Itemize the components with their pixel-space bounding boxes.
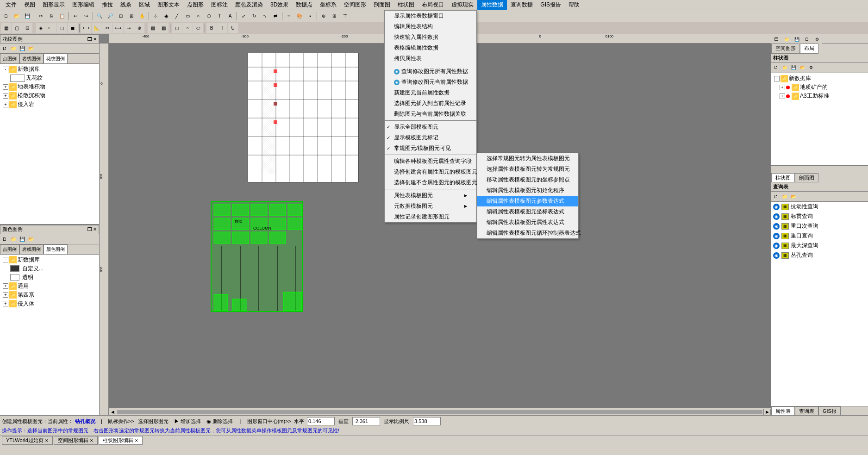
flower-expand-2[interactable]: + <box>3 93 8 99</box>
rtb-3[interactable]: 💾 <box>789 63 798 72</box>
query-item-1[interactable]: ◉ ▦ 标贯查询 <box>771 212 868 221</box>
tb2-3d-sphere[interactable]: ○ <box>182 23 193 33</box>
flower-panel-float[interactable]: 🗖 <box>87 37 92 42</box>
rtb-2[interactable]: 📁 <box>781 63 789 72</box>
tb-color-pick[interactable]: 🎨 <box>294 11 305 21</box>
h-scrollbar[interactable]: ◀ ▶ <box>109 408 771 415</box>
dd-item-16[interactable]: 编辑各种模板图元属性查询字段 <box>385 156 476 167</box>
dd-item-22[interactable]: 属性记录创建图形图元 <box>385 212 476 222</box>
tb-save[interactable]: 💾 <box>22 11 32 21</box>
query-item-0[interactable]: ◉ ▦ 抗动性查询 <box>771 202 868 212</box>
menu-text[interactable]: 图形文本 <box>154 0 183 10</box>
menu-label[interactable]: 图标注 <box>207 0 231 10</box>
flower-item-3[interactable]: + 📁 侵入岩 <box>1 100 98 109</box>
status-h-input[interactable] <box>307 417 335 425</box>
tb-zoom-out[interactable]: 🔎 <box>105 11 115 21</box>
tb-scale[interactable]: ⤡ <box>260 11 270 21</box>
menu-file[interactable]: 文件 <box>2 0 20 10</box>
color-panel-close[interactable]: ✕ <box>93 227 97 232</box>
dd-item-8[interactable]: 新建图元当前属性数据 <box>385 87 476 98</box>
qtb-1[interactable]: 🗋 <box>772 192 780 200</box>
query-item-3[interactable]: ◉ ▦ 重口查询 <box>771 231 868 241</box>
color-item-4[interactable]: + 📁 侵入体 <box>1 299 98 308</box>
bottom-tab-close-2[interactable]: ✕ <box>135 438 138 443</box>
sub-item-0[interactable]: 选择常规图元转为属性表模板图元 <box>477 153 578 164</box>
dd-item-7[interactable]: ◉ 查询修改图元当前属性数据 <box>385 77 476 87</box>
right-tree-item-0[interactable]: + 📁 地质矿产的 <box>772 83 867 92</box>
rtb-4[interactable]: 📂 <box>798 63 806 72</box>
tb-mirror[interactable]: ⇌ <box>270 11 281 21</box>
flower-item-0[interactable]: 无花纹 <box>1 74 98 82</box>
bottom-tab-close-0[interactable]: ✕ <box>45 438 49 443</box>
tb2-node[interactable]: ◈ <box>36 23 46 33</box>
tab-rock-pattern[interactable]: 岩线图例 <box>19 54 44 63</box>
dd-item-13[interactable]: 显示模板图元标记 <box>385 132 476 143</box>
query-item-2[interactable]: ◉ ▦ 重口次查询 <box>771 221 868 231</box>
sub-item-2[interactable]: 移动属性表模板图元的坐标参照点 <box>477 175 578 185</box>
scroll-right-btn[interactable]: ▶ <box>763 409 771 415</box>
tb-annotation[interactable]: A <box>225 11 235 21</box>
tb-text[interactable]: T <box>214 11 225 21</box>
color-tb-save[interactable]: 💾 <box>18 235 26 243</box>
qtb-3[interactable]: 📂 <box>789 192 798 200</box>
sub-item-1[interactable]: 选择属性表模板图元转为常规图元 <box>477 164 578 175</box>
scroll-track[interactable] <box>117 410 762 414</box>
scroll-left-btn[interactable]: ◀ <box>109 409 116 415</box>
color-expand-2[interactable]: + <box>3 283 8 289</box>
flower-tb-save[interactable]: 💾 <box>18 44 26 53</box>
tb-move[interactable]: ⤢ <box>238 11 249 21</box>
tb-pan[interactable]: ✋ <box>137 11 147 21</box>
dd-item-6[interactable]: ◉ 查询修改图元所有属性数据 <box>385 66 476 77</box>
tb2-bold[interactable]: B <box>206 23 217 33</box>
tab-flower-pattern[interactable]: 花纹图例 <box>44 54 68 63</box>
flower-item-1[interactable]: + 📁 地表堆积物 <box>1 82 98 91</box>
bottom-tab-1[interactable]: 空间图形编辑 ✕ <box>54 436 98 445</box>
tab-rock-color[interactable]: 岩线图例 <box>19 244 44 254</box>
dd-item-3[interactable]: 表格编辑属性数据 <box>385 43 476 53</box>
sub-item-5[interactable]: 编辑属性表模板图元坐标表达式 <box>477 206 578 217</box>
query-item-4[interactable]: ◉ ▦ 最大深查询 <box>771 241 868 250</box>
menu-gis[interactable]: GIS报告 <box>537 0 565 10</box>
menu-shape-edit[interactable]: 图形编辑 <box>69 0 98 10</box>
rpanel-tab-1[interactable]: 查询表 <box>795 406 818 415</box>
menu-lines[interactable]: 线条 <box>117 0 135 10</box>
right-tb-3[interactable]: 💾 <box>792 34 802 44</box>
flower-root-expand[interactable]: - <box>3 67 8 72</box>
rpanel-tab-0[interactable]: 属性表 <box>771 406 795 415</box>
right-root-expand[interactable]: - <box>774 76 780 81</box>
color-expand-4[interactable]: + <box>3 301 8 306</box>
tb2-group[interactable]: ⊡ <box>22 23 32 33</box>
color-item-3[interactable]: + 📁 第四系 <box>1 291 98 299</box>
tb-undo[interactable]: ↩ <box>70 11 81 21</box>
tb-redo[interactable]: ↪ <box>81 11 91 21</box>
tab-layout[interactable]: 布局 <box>800 44 818 54</box>
tb-open[interactable]: 📂 <box>12 11 22 21</box>
dd-item-1[interactable]: 编辑属性表结构 <box>385 21 476 32</box>
right-v-scroll[interactable] <box>771 166 868 173</box>
menu-datapoint[interactable]: 数据点 <box>292 0 316 10</box>
rtb-1[interactable]: 🗋 <box>772 63 780 72</box>
tb2-edge[interactable]: ⟵ <box>46 23 56 33</box>
menu-color[interactable]: 颜色及渲染 <box>231 0 267 10</box>
flower-expand-3[interactable]: + <box>3 102 8 107</box>
tb2-solid[interactable]: ◼ <box>68 23 78 33</box>
tb-layer[interactable]: ≡ <box>284 11 294 21</box>
tb-snap[interactable]: ⊕ <box>318 11 329 21</box>
tb2-trim[interactable]: ✂ <box>102 23 112 33</box>
menu-column[interactable]: 柱状图 <box>394 0 418 10</box>
tb-grid[interactable]: ⊞ <box>329 11 339 21</box>
tb2-deselect[interactable]: ▢ <box>12 23 22 33</box>
tb-new[interactable]: 🗋 <box>1 11 11 21</box>
tb-cut[interactable]: ✂ <box>36 11 46 21</box>
flower-tree-root[interactable]: - 📁 新数据库 <box>1 65 98 74</box>
status-v-input[interactable] <box>352 417 380 425</box>
right-expand-0[interactable]: + <box>780 85 785 90</box>
query-item-5[interactable]: ◉ ▦ 丛孔查询 <box>771 250 868 260</box>
tb-rect[interactable]: ▭ <box>182 11 193 21</box>
menu-view[interactable]: 视图 <box>20 0 39 10</box>
color-tree-root[interactable]: - 📁 新数据库 <box>1 256 98 264</box>
dd-item-4[interactable]: 拷贝属性表 <box>385 53 476 64</box>
flower-tb-folder[interactable]: 📂 <box>27 44 35 53</box>
tab-color-example[interactable]: 颜色图例 <box>44 244 68 254</box>
tb-select[interactable]: ⊹ <box>150 11 161 21</box>
